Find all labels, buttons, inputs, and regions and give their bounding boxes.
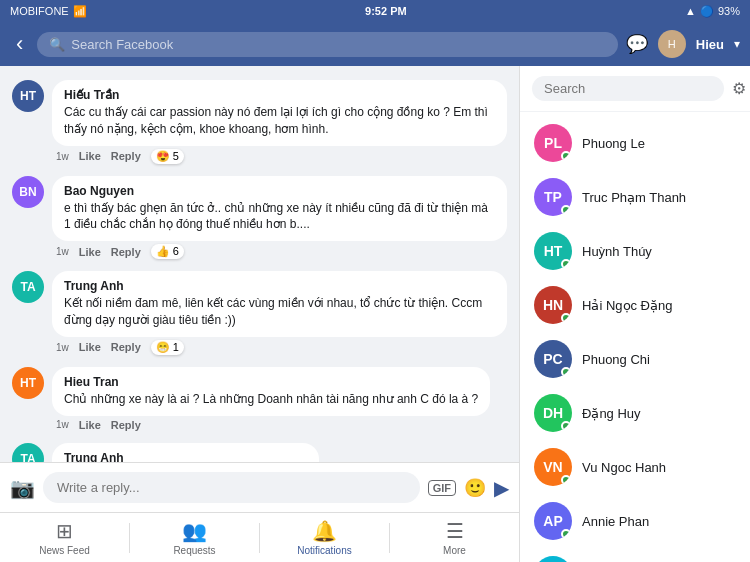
contact-item[interactable]: HN Hải Ngọc Đặng bbox=[520, 278, 750, 332]
more-icon: ☰ bbox=[446, 519, 464, 543]
comment-avatar: HT bbox=[12, 80, 44, 112]
comment-name: Bao Nguyen bbox=[64, 184, 495, 198]
online-indicator bbox=[561, 151, 571, 161]
comment-item: TA Trung Anh Cụ cứ được một phần của ngt… bbox=[0, 437, 519, 462]
online-indicator bbox=[561, 313, 571, 323]
comment-name: Trung Anh bbox=[64, 279, 495, 293]
bottom-nav-requests[interactable]: 👥 Requests bbox=[130, 515, 259, 560]
contact-avatar: HN bbox=[534, 286, 572, 324]
chevron-down-icon: ▾ bbox=[734, 37, 740, 51]
contact-item[interactable]: NL Nguyễn Lập Đoàn bbox=[520, 548, 750, 562]
comment-body: Hieu Tran Chủ những xe này là ai ? Là nh… bbox=[52, 367, 507, 431]
notifications-icon: 🔔 bbox=[312, 519, 337, 543]
comment-name: Trung Anh bbox=[64, 451, 307, 462]
search-input[interactable] bbox=[71, 37, 606, 52]
search-bar[interactable]: 🔍 bbox=[37, 32, 618, 57]
like-button[interactable]: Like bbox=[79, 246, 101, 258]
comment-name: Hiếu Trần bbox=[64, 88, 495, 102]
contact-avatar: PL bbox=[534, 124, 572, 162]
comments-section: HT Hiếu Trần Các cu thấy cái car passion… bbox=[0, 66, 520, 562]
reaction-badge: 😁 1 bbox=[151, 340, 184, 355]
comment-body: Trung Anh Kết nối niềm đam mê, liên kết … bbox=[52, 271, 507, 355]
online-indicator bbox=[561, 367, 571, 377]
camera-icon[interactable]: 📷 bbox=[10, 476, 35, 500]
reply-button[interactable]: Reply bbox=[111, 419, 141, 431]
comment-text: Chủ những xe này là ai ? Là những Doanh … bbox=[64, 391, 478, 408]
comment-bubble: Hieu Tran Chủ những xe này là ai ? Là nh… bbox=[52, 367, 490, 416]
bottom-nav-news-feed[interactable]: ⊞ News Feed bbox=[0, 515, 129, 560]
comment-text: Kết nối niềm đam mê, liên kết các vùng m… bbox=[64, 295, 495, 329]
comment-actions: 1w Like Reply 👍 6 bbox=[52, 244, 507, 259]
online-indicator bbox=[561, 259, 571, 269]
nav-icons: 💬 H Hieu ▾ bbox=[626, 30, 740, 58]
comment-item: BN Bao Nguyen e thì thấy bác ghẹn ăn tức… bbox=[0, 170, 519, 266]
status-left: MOBIFONE 📶 bbox=[10, 5, 87, 18]
contact-name: Huỳnh Thúy bbox=[582, 244, 652, 259]
nav-username: Hieu bbox=[696, 37, 724, 52]
contact-avatar: VN bbox=[534, 448, 572, 486]
user-avatar-nav[interactable]: H bbox=[658, 30, 686, 58]
contact-item[interactable]: PL Phuong Le bbox=[520, 116, 750, 170]
back-button[interactable]: ‹ bbox=[10, 29, 29, 59]
reply-button[interactable]: Reply bbox=[111, 246, 141, 258]
online-indicator bbox=[561, 421, 571, 431]
contact-name: Đặng Huy bbox=[582, 406, 641, 421]
emoji-button[interactable]: 🙂 bbox=[464, 477, 486, 499]
comment-text: e thì thấy bác ghẹn ăn tức ở.. chủ những… bbox=[64, 200, 495, 234]
gif-button[interactable]: GIF bbox=[428, 480, 456, 496]
contact-item[interactable]: VN Vu Ngoc Hanh bbox=[520, 440, 750, 494]
contact-item[interactable]: PC Phuong Chi bbox=[520, 332, 750, 386]
reply-input-area: 📷 GIF 🙂 ▶ bbox=[0, 462, 519, 512]
contacts-list: PL Phuong Le TP Truc Phạm Thanh HT Huỳnh… bbox=[520, 112, 750, 562]
comment-time: 1w bbox=[56, 342, 69, 353]
comment-avatar: HT bbox=[12, 367, 44, 399]
reaction-badge: 👍 6 bbox=[151, 244, 184, 259]
send-button[interactable]: ▶ bbox=[494, 476, 509, 500]
comment-name: Hieu Tran bbox=[64, 375, 478, 389]
news-feed-label: News Feed bbox=[39, 545, 90, 556]
notifications-label: Notifications bbox=[297, 545, 351, 556]
reply-button[interactable]: Reply bbox=[111, 150, 141, 162]
like-button[interactable]: Like bbox=[79, 150, 101, 162]
carrier-text: MOBIFONE bbox=[10, 5, 69, 17]
comment-body: Trung Anh Cụ cứ được một phần của ngta r… bbox=[52, 443, 507, 462]
reply-input[interactable] bbox=[43, 472, 420, 503]
contact-name: Vu Ngoc Hanh bbox=[582, 460, 666, 475]
messenger-icon[interactable]: 💬 bbox=[626, 33, 648, 55]
comment-item: HT Hieu Tran Chủ những xe này là ai ? Là… bbox=[0, 361, 519, 437]
comment-actions: 1w Like Reply 😁 1 bbox=[52, 340, 507, 355]
reply-button[interactable]: Reply bbox=[111, 341, 141, 353]
comment-item: TA Trung Anh Kết nối niềm đam mê, liên k… bbox=[0, 265, 519, 361]
contact-name: Phuong Le bbox=[582, 136, 645, 151]
like-button[interactable]: Like bbox=[79, 341, 101, 353]
contact-avatar: PC bbox=[534, 340, 572, 378]
comment-text: Các cu thấy cái car passion này nó đem l… bbox=[64, 104, 495, 138]
search-icon: 🔍 bbox=[49, 37, 65, 52]
contact-avatar: AP bbox=[534, 502, 572, 540]
contact-name: Annie Phan bbox=[582, 514, 649, 529]
right-sidebar: ⚙ PL Phuong Le TP Truc Phạm Thanh HT Huỳ… bbox=[520, 66, 750, 562]
gear-icon[interactable]: ⚙ bbox=[732, 79, 746, 98]
contact-item[interactable]: HT Huỳnh Thúy bbox=[520, 224, 750, 278]
contact-item[interactable]: TP Truc Phạm Thanh bbox=[520, 170, 750, 224]
bottom-nav-more[interactable]: ☰ More bbox=[390, 515, 519, 560]
comment-actions: 1w Like Reply bbox=[52, 419, 507, 431]
comment-avatar: BN bbox=[12, 176, 44, 208]
contact-name: Hải Ngọc Đặng bbox=[582, 298, 672, 313]
requests-label: Requests bbox=[173, 545, 215, 556]
comment-bubble: Trung Anh Kết nối niềm đam mê, liên kết … bbox=[52, 271, 507, 337]
contact-item[interactable]: AP Annie Phan bbox=[520, 494, 750, 548]
comment-body: Bao Nguyen e thì thấy bác ghẹn ăn tức ở.… bbox=[52, 176, 507, 260]
news-feed-icon: ⊞ bbox=[56, 519, 73, 543]
wifi-icon: 📶 bbox=[73, 5, 87, 18]
comment-bubble: Hiếu Trần Các cu thấy cái car passion nà… bbox=[52, 80, 507, 146]
contact-item[interactable]: DH Đặng Huy bbox=[520, 386, 750, 440]
like-button[interactable]: Like bbox=[79, 419, 101, 431]
contact-avatar: NL bbox=[534, 556, 572, 562]
bluetooth-icon: 🔵 bbox=[700, 5, 714, 18]
bottom-nav-notifications[interactable]: 🔔 Notifications bbox=[260, 515, 389, 560]
comment-bubble: Bao Nguyen e thì thấy bác ghẹn ăn tức ở.… bbox=[52, 176, 507, 242]
contact-avatar: HT bbox=[534, 232, 572, 270]
sidebar-search-input[interactable] bbox=[532, 76, 724, 101]
online-indicator bbox=[561, 529, 571, 539]
